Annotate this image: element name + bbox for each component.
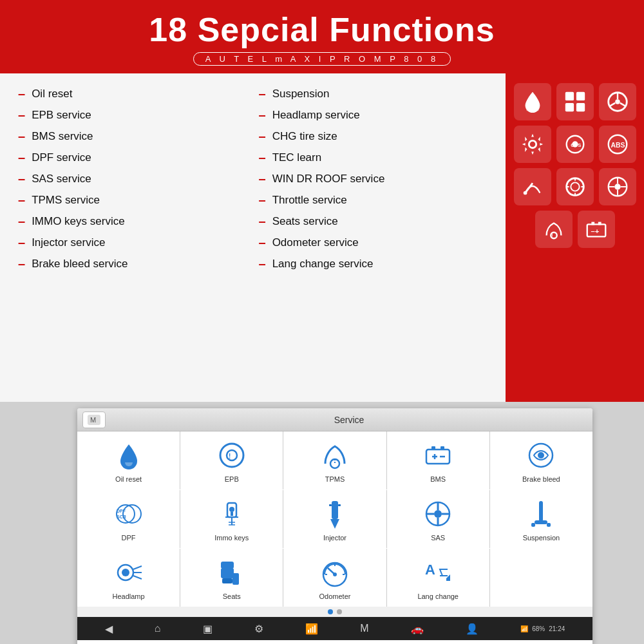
svg-rect-62 <box>338 504 341 506</box>
svg-point-48 <box>538 452 544 459</box>
svg-rect-81 <box>222 578 232 583</box>
car-battery-icon: –+ <box>584 217 609 242</box>
list-item: –TEC learn <box>259 150 500 165</box>
home-nav-icon[interactable]: ⌂ <box>155 623 161 634</box>
list-item-seats: –Seats service <box>259 214 500 229</box>
service-cell-bms[interactable]: BMS <box>387 431 489 489</box>
injector-label: Injector <box>323 534 346 542</box>
page-dot-2[interactable] <box>337 609 342 614</box>
service-cell-lang[interactable]: A Lang change <box>387 549 489 607</box>
service-cell-brake[interactable]: Brake bleed <box>490 431 592 489</box>
service-cell-sas[interactable]: SAS <box>387 490 489 548</box>
list-item: –BMS service <box>18 129 259 144</box>
odometer-label: Odometer <box>319 592 351 600</box>
page-dot-1[interactable] <box>328 609 333 614</box>
svg-rect-61 <box>329 504 332 506</box>
oil-reset-label: Oil reset <box>115 475 142 483</box>
list-item: –Suspension <box>259 86 500 101</box>
bottom-navigation-bar: ◀ ⌂ ▣ ⚙ 📶 M 🚗 👤 📶 68% 21:24 <box>77 617 592 640</box>
svg-point-38 <box>330 459 339 468</box>
gear-icon-box <box>514 126 551 163</box>
service-header: M Service <box>77 408 592 431</box>
list-item: –Brake bleed service <box>18 256 259 271</box>
svg-rect-42 <box>431 446 435 450</box>
list-item: –DPF service <box>18 150 259 165</box>
back-nav-icon[interactable]: ◀ <box>105 623 113 635</box>
icon-row-3 <box>512 168 638 205</box>
list-item: –TPMS service <box>18 193 259 207</box>
svg-rect-71 <box>531 523 535 527</box>
svg-rect-80 <box>232 573 239 585</box>
cog-icon <box>520 132 545 156</box>
dpf-service-icon: DPF SCR <box>113 498 145 530</box>
svg-point-18 <box>566 178 583 196</box>
back-button[interactable]: M <box>82 412 106 428</box>
service-cell-immo[interactable]: Immo keys <box>180 490 283 548</box>
gps-signal-icon: GPS <box>563 132 587 156</box>
device-screenshot-area: AUTEL M Service Oil reset <box>0 402 644 644</box>
svg-point-6 <box>615 99 620 104</box>
service-cell-dpf[interactable]: DPF SCR DPF <box>77 490 180 548</box>
tablet-screen: M Service Oil reset ! <box>77 408 592 644</box>
icon-row-4: ! –+ <box>512 211 638 248</box>
list-item: –Odometer service <box>259 235 500 250</box>
brake-bleed-service-icon <box>525 439 557 471</box>
tpms-label: TPMS <box>325 475 345 483</box>
svg-line-8 <box>609 103 615 106</box>
sas-label: SAS <box>431 534 445 542</box>
svg-line-75 <box>133 566 142 569</box>
service-cell-suspension[interactable]: Suspension <box>490 490 592 548</box>
epb-service-icon: ! <box>216 439 248 471</box>
svg-line-77 <box>133 576 142 579</box>
svg-text:ABS: ABS <box>611 142 625 149</box>
settings-nav-icon[interactable]: ⚙ <box>254 623 263 635</box>
service-icon-grid: GPS ABS <box>506 73 644 402</box>
tpms-service-icon <box>319 439 351 471</box>
oil-reset-service-icon <box>113 439 145 471</box>
list-item-headlamp: –Headlamp service <box>259 108 500 122</box>
car-nav-icon[interactable]: 🚗 <box>411 623 424 635</box>
service-cell-tpms[interactable]: TPMS <box>283 431 386 489</box>
connect-nav-icon[interactable]: 📶 <box>305 623 318 635</box>
tpms-small-icon-box: ! <box>535 211 573 248</box>
features-list-area: –Oil reset –EPB service –BMS service –DP… <box>0 73 506 402</box>
brake-bleed-label: Brake bleed <box>522 475 560 483</box>
dpf-label: DPF <box>122 534 136 542</box>
svg-text:–+: –+ <box>591 227 599 235</box>
header: 18 Sepcial Functions A U T E L m A X I P… <box>0 0 644 73</box>
service-cell-odometer[interactable]: Odometer <box>283 549 386 607</box>
user-nav-icon[interactable]: 👤 <box>466 623 478 635</box>
svg-point-35 <box>220 444 243 467</box>
svg-point-84 <box>333 573 337 576</box>
window-nav-icon[interactable]: ▣ <box>203 623 213 635</box>
svg-point-10 <box>529 140 536 147</box>
service-cell-injector[interactable]: Injector <box>283 490 386 548</box>
steering-wheel-icon <box>605 90 630 114</box>
svg-line-9 <box>620 103 625 106</box>
list-item: –Injector service <box>18 235 259 250</box>
svg-rect-1 <box>565 92 573 100</box>
svg-rect-69 <box>539 501 543 522</box>
list-item: –CHG tire size <box>259 129 500 144</box>
battery-status: 68% <box>532 625 545 632</box>
service-cell-oil[interactable]: Oil reset <box>77 431 180 489</box>
service-screen-title: Service <box>111 415 587 425</box>
service-cell-seats[interactable]: Seats <box>180 549 283 607</box>
svg-point-19 <box>571 183 579 191</box>
mode-nav-icon[interactable]: M <box>360 623 368 634</box>
svg-rect-79 <box>221 562 234 569</box>
list-item-sas: –SAS service <box>18 171 259 186</box>
svg-rect-41 <box>426 450 450 464</box>
svg-text:!: ! <box>551 232 553 239</box>
steering-icon-box <box>599 83 636 120</box>
left-list: –Oil reset –EPB service –BMS service –DP… <box>18 86 259 395</box>
bms-label: BMS <box>430 475 446 483</box>
windshield-wiper-icon <box>520 175 545 199</box>
svg-text:SCR: SCR <box>117 515 126 519</box>
gps-icon-box: GPS <box>556 126 594 163</box>
service-cell-headlamp[interactable]: Headlamp <box>77 549 180 607</box>
service-grid-row2: DPF SCR DPF Immo keys <box>77 490 592 548</box>
wheel-icon-box <box>599 168 636 205</box>
service-cell-epb[interactable]: ! EPB <box>180 431 283 489</box>
list-item: –WIN DR ROOF service <box>259 171 500 186</box>
